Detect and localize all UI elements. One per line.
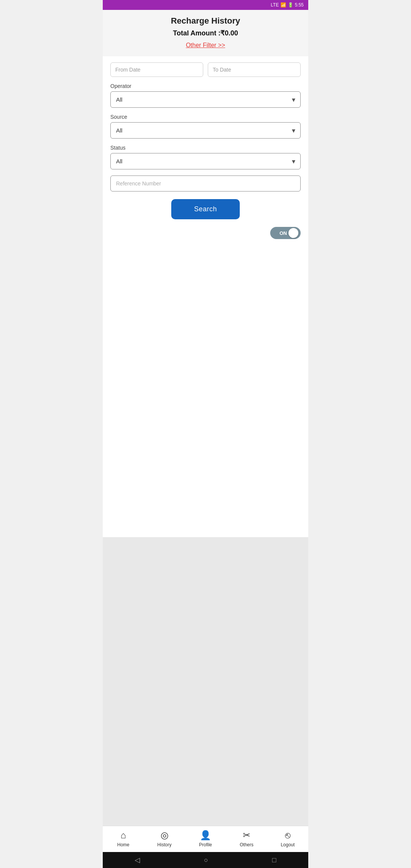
operator-select-wrapper: All Operator 1 Operator 2 ▾	[110, 91, 301, 108]
lte-indicator: LTE	[271, 2, 279, 8]
nav-item-history[interactable]: ◎ History	[144, 830, 185, 847]
status-select-wrapper: All Success Failed Pending ▾	[110, 153, 301, 169]
toggle-label: ON	[280, 230, 287, 236]
bottom-nav: ⌂ Home ◎ History 👤 Profile ✂ Others ⎋ Lo…	[103, 826, 308, 852]
recents-button[interactable]: □	[272, 856, 276, 864]
nav-item-profile[interactable]: 👤 Profile	[185, 830, 226, 847]
toggle-circle	[288, 228, 298, 238]
source-select-wrapper: All Source 1 Source 2 ▾	[110, 122, 301, 139]
back-button[interactable]: ◁	[135, 856, 140, 864]
total-value: ₹0.00	[220, 29, 238, 37]
others-label: Others	[240, 842, 253, 847]
on-toggle[interactable]: ON	[270, 227, 301, 239]
to-date-input[interactable]	[208, 62, 301, 77]
history-label: History	[157, 842, 171, 847]
form-area: Operator All Operator 1 Operator 2 ▾ Sou…	[103, 56, 308, 537]
operator-select[interactable]: All Operator 1 Operator 2	[110, 91, 301, 108]
logout-label: Logout	[281, 842, 295, 847]
reference-number-input[interactable]	[110, 176, 301, 191]
profile-icon: 👤	[200, 830, 211, 841]
total-label: Total Amount :	[173, 29, 220, 37]
from-date-input[interactable]	[110, 62, 203, 77]
signal-icon: 📶	[280, 2, 286, 8]
date-row	[110, 62, 301, 77]
total-amount: Total Amount :₹0.00	[103, 29, 308, 37]
nav-item-home[interactable]: ⌂ Home	[103, 830, 144, 847]
source-label: Source	[110, 114, 301, 120]
toggle-row: ON	[110, 227, 301, 239]
status-select[interactable]: All Success Failed Pending	[110, 153, 301, 169]
search-button[interactable]: Search	[171, 199, 240, 219]
home-icon: ⌂	[121, 830, 126, 841]
home-label: Home	[117, 842, 129, 847]
page-header: Recharge History Total Amount :₹0.00 Oth…	[103, 10, 308, 56]
clock: 5:55	[295, 2, 304, 8]
nav-item-others[interactable]: ✂ Others	[226, 830, 267, 847]
source-select[interactable]: All Source 1 Source 2	[110, 122, 301, 139]
logout-icon: ⎋	[285, 830, 290, 841]
page-title: Recharge History	[103, 16, 308, 26]
status-bar-icons: LTE 📶 🔋 5:55	[271, 2, 304, 8]
other-filter-link[interactable]: Other Filter >>	[186, 42, 225, 49]
battery-icon: 🔋	[288, 2, 293, 8]
nav-item-logout[interactable]: ⎋ Logout	[267, 830, 308, 847]
history-icon: ◎	[161, 830, 169, 841]
operator-label: Operator	[110, 83, 301, 89]
android-nav-bar: ◁ ○ □	[103, 852, 308, 868]
status-bar: LTE 📶 🔋 5:55	[103, 0, 308, 10]
profile-label: Profile	[199, 842, 212, 847]
results-area	[103, 537, 308, 826]
home-button[interactable]: ○	[204, 856, 208, 864]
others-icon: ✂	[243, 830, 250, 841]
status-label: Status	[110, 145, 301, 151]
